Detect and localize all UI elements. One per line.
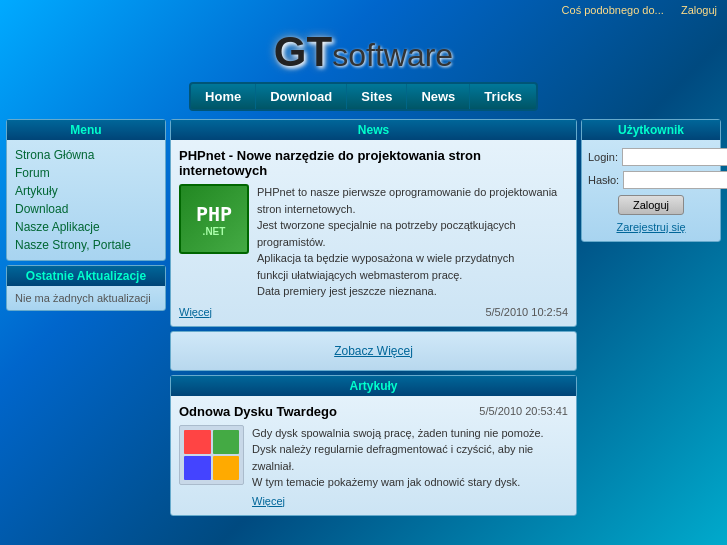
login-link[interactable]: Zaloguj — [681, 4, 717, 16]
top-bar: Coś podobnego do... Zaloguj — [0, 0, 727, 20]
php-label: PHP — [196, 202, 232, 226]
navigation: Home Download Sites News Tricks — [0, 82, 727, 111]
win-logo-q3 — [184, 456, 211, 480]
articles-section: Artykuły Odnowa Dysku Twardego 5/5/2010 … — [170, 375, 577, 516]
register-link[interactable]: Zarejestruj się — [588, 221, 714, 233]
sidebar-item-download[interactable]: Download — [15, 200, 157, 218]
password-label: Hasło: — [588, 174, 619, 186]
menu-title: Menu — [7, 120, 165, 140]
menu-content: Strona Główna Forum Artykuły Download Na… — [7, 140, 165, 260]
user-box-content: Login: Hasło: Zaloguj Zarejestruj się — [582, 140, 720, 241]
article-date: 5/5/2010 20:53:41 — [479, 405, 568, 417]
nav-sites[interactable]: Sites — [347, 84, 407, 109]
updates-box: Ostatnie Aktualizacje Nie ma żadnych akt… — [6, 265, 166, 311]
sidebar-item-apps[interactable]: Nasze Aplikacje — [15, 218, 157, 236]
news-item-body: PHP .NET PHPnet to nasze pierwsze oprogr… — [179, 184, 568, 300]
article-image — [179, 425, 244, 485]
logo: GTsoftware — [0, 20, 727, 82]
sidebar-item-forum[interactable]: Forum — [15, 164, 157, 182]
article-body: Gdy dysk spowalnia swoją pracę, żaden tu… — [179, 425, 568, 507]
net-label: .NET — [203, 226, 226, 237]
updates-title: Ostatnie Aktualizacje — [7, 266, 165, 286]
news-section: News PHPnet - Nowe narzędzie do projekto… — [170, 119, 577, 327]
right-sidebar: Użytkownik Login: Hasło: Zaloguj Zarejes… — [581, 119, 721, 516]
win-logo-q2 — [213, 430, 240, 454]
see-more-link[interactable]: Zobacz Więcej — [334, 344, 413, 358]
article-item-header: Odnowa Dysku Twardego 5/5/2010 20:53:41 — [179, 404, 568, 419]
news-item-image: PHP .NET — [179, 184, 249, 254]
login-input[interactable] — [622, 148, 727, 166]
news-section-title: News — [171, 120, 576, 140]
user-box: Użytkownik Login: Hasło: Zaloguj Zarejes… — [581, 119, 721, 242]
nav-download[interactable]: Download — [256, 84, 347, 109]
news-section-body: PHPnet - Nowe narzędzie do projektowania… — [171, 140, 576, 326]
articles-section-title: Artykuły — [171, 376, 576, 396]
article-more-link[interactable]: Więcej — [252, 495, 568, 507]
news-item-text: PHPnet to nasze pierwsze oprogramowanie … — [257, 184, 568, 300]
news-more-link[interactable]: Więcej — [179, 306, 212, 318]
articles-section-body: Odnowa Dysku Twardego 5/5/2010 20:53:41 … — [171, 396, 576, 515]
see-more-section: Zobacz Więcej — [170, 331, 577, 371]
sidebar-item-portals[interactable]: Nasze Strony, Portale — [15, 236, 157, 254]
nav-news[interactable]: News — [407, 84, 470, 109]
similar-link[interactable]: Coś podobnego do... — [562, 4, 664, 16]
news-item-date: 5/5/2010 10:2:54 — [485, 306, 568, 318]
password-input[interactable] — [623, 171, 727, 189]
sidebar-item-home[interactable]: Strona Główna — [15, 146, 157, 164]
article-text: Gdy dysk spowalnia swoją pracę, żaden tu… — [252, 425, 568, 491]
updates-empty-text: Nie ma żadnych aktualizacji — [7, 286, 165, 310]
nav-tricks[interactable]: Tricks — [470, 84, 536, 109]
win-logo-q1 — [184, 430, 211, 454]
logo-gt: GT — [274, 28, 332, 75]
article-title: Odnowa Dysku Twardego — [179, 404, 337, 419]
news-item-title: PHPnet - Nowe narzędzie do projektowania… — [179, 148, 568, 178]
win-logo-q4 — [213, 456, 240, 480]
login-button[interactable]: Zaloguj — [618, 195, 684, 215]
user-box-title: Użytkownik — [582, 120, 720, 140]
password-row: Hasło: — [588, 171, 714, 189]
news-item-footer: Więcej 5/5/2010 10:2:54 — [179, 306, 568, 318]
login-row: Login: — [588, 148, 714, 166]
login-label: Login: — [588, 151, 618, 163]
logo-software: software — [332, 37, 453, 73]
sidebar-item-articles[interactable]: Artykuły — [15, 182, 157, 200]
center-content: News PHPnet - Nowe narzędzie do projekto… — [170, 119, 577, 516]
nav-bar: Home Download Sites News Tricks — [189, 82, 538, 111]
main-layout: Menu Strona Główna Forum Artykuły Downlo… — [0, 119, 727, 516]
menu-box: Menu Strona Główna Forum Artykuły Downlo… — [6, 119, 166, 261]
left-sidebar: Menu Strona Główna Forum Artykuły Downlo… — [6, 119, 166, 516]
nav-home[interactable]: Home — [191, 84, 256, 109]
article-text-block: Gdy dysk spowalnia swoją pracę, żaden tu… — [252, 425, 568, 507]
